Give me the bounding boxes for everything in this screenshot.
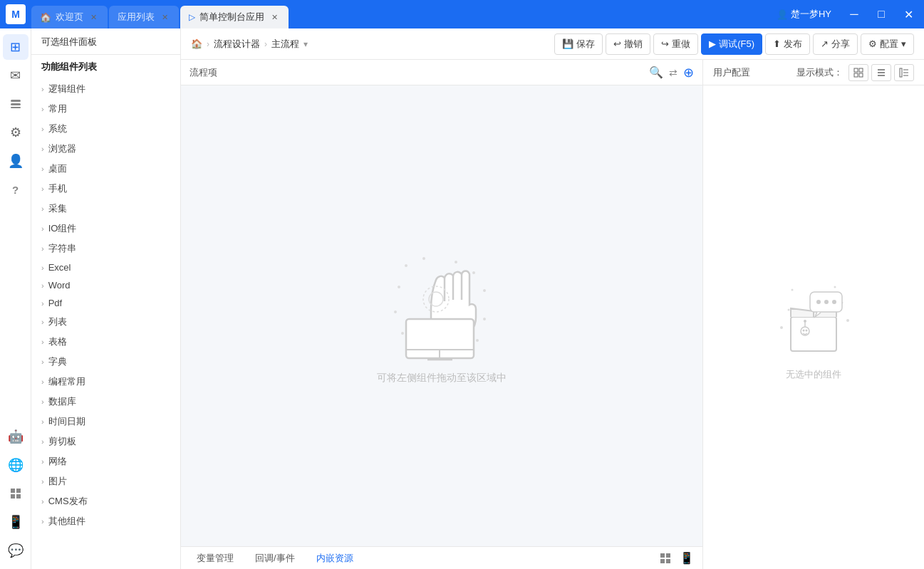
comp-item-list[interactable]: ›列表 bbox=[31, 312, 180, 332]
comp-label: Excel bbox=[48, 262, 71, 273]
comp-label: 常用 bbox=[48, 103, 67, 115]
comp-item-word[interactable]: ›Word bbox=[31, 276, 180, 294]
close-button[interactable]: ✕ bbox=[898, 4, 918, 24]
comp-item-string[interactable]: ›字符串 bbox=[31, 239, 180, 259]
tab-control-icon: ▷ bbox=[189, 12, 195, 22]
mode-detail-button[interactable] bbox=[894, 64, 914, 81]
tab-callback[interactable]: 回调/事件 bbox=[245, 549, 305, 568]
svg-rect-47 bbox=[791, 317, 836, 351]
mobile-icon[interactable]: 📱 bbox=[677, 548, 697, 568]
arrow-icon: › bbox=[41, 517, 44, 526]
search-icon[interactable]: 🔍 bbox=[649, 66, 663, 79]
display-mode-label: 显示模式： bbox=[796, 66, 843, 79]
user-icon: 👤 bbox=[777, 9, 788, 20]
comp-item-browser[interactable]: ›浏览器 bbox=[31, 139, 180, 159]
comp-item-collect[interactable]: ›采集 bbox=[31, 199, 180, 219]
comp-item-common[interactable]: ›常用 bbox=[31, 99, 180, 119]
mode-grid-button[interactable] bbox=[848, 64, 868, 81]
publish-button[interactable]: ⬆ 发布 bbox=[765, 33, 810, 55]
comp-item-phone[interactable]: ›手机 bbox=[31, 179, 180, 199]
drop-hint: 可将左侧组件拖动至该区域中 bbox=[377, 372, 507, 385]
content-area: 🏠 › 流程设计器 › 主流程 ▾ 💾 保存 ↩ 撤销 ↪ 重做 ▶ bbox=[181, 28, 924, 569]
svg-point-42 bbox=[834, 286, 836, 288]
nav-icon-help[interactable]: ? bbox=[3, 177, 28, 202]
nav-icon-grid[interactable]: ⊞ bbox=[3, 34, 28, 60]
tab-welcome-close[interactable]: ✕ bbox=[88, 11, 99, 23]
tab-app-list[interactable]: 应用列表 ✕ bbox=[109, 6, 179, 28]
svg-point-53 bbox=[803, 329, 805, 331]
tab-simple-control[interactable]: ▷ 简单控制台应用 ✕ bbox=[180, 6, 289, 28]
comp-label: 数据库 bbox=[48, 395, 76, 408]
publish-icon: ⬆ bbox=[773, 38, 781, 49]
tab-var-manage[interactable]: 变量管理 bbox=[187, 549, 244, 568]
comp-item-excel[interactable]: ›Excel bbox=[31, 259, 180, 276]
nav-icon-mail[interactable]: ✉ bbox=[3, 63, 28, 88]
comp-item-table[interactable]: ›表格 bbox=[31, 332, 180, 352]
windows-icon[interactable] bbox=[655, 548, 675, 568]
nav-icon-globe[interactable]: 🌐 bbox=[3, 452, 28, 478]
right-panel-title: 用户配置 bbox=[713, 66, 750, 79]
svg-rect-37 bbox=[900, 68, 902, 77]
tab-simple-control-close[interactable]: ✕ bbox=[269, 11, 280, 23]
breadcrumb-designer[interactable]: 流程设计器 bbox=[214, 38, 260, 51]
comp-item-system[interactable]: ›系统 bbox=[31, 119, 180, 139]
mode-list-button[interactable] bbox=[871, 64, 891, 81]
comp-item-db[interactable]: ›数据库 bbox=[31, 392, 180, 412]
nav-icon-settings[interactable]: ⚙ bbox=[3, 120, 28, 145]
nav-icon-windows[interactable] bbox=[3, 481, 28, 506]
redo-button[interactable]: ↪ 重做 bbox=[653, 33, 698, 55]
nav-icon-chat[interactable]: 💬 bbox=[3, 538, 28, 563]
comp-label: 编程常用 bbox=[48, 375, 85, 388]
comp-item-prog[interactable]: ›编程常用 bbox=[31, 372, 180, 392]
arrow-icon: › bbox=[41, 397, 44, 406]
add-flow-button[interactable]: ⊕ bbox=[683, 65, 694, 80]
nav-icon-robot[interactable]: 🤖 bbox=[3, 424, 28, 449]
comp-item-desktop[interactable]: ›桌面 bbox=[31, 159, 180, 179]
breadcrumb-main[interactable]: 主流程 bbox=[271, 38, 299, 51]
undo-button[interactable]: ↩ 撤销 bbox=[606, 33, 650, 55]
comp-item-dict[interactable]: ›字典 bbox=[31, 352, 180, 372]
comp-label: 浏览器 bbox=[48, 142, 76, 155]
breadcrumb-arrow-icon[interactable]: ▾ bbox=[303, 39, 308, 49]
comp-label: 系统 bbox=[48, 122, 67, 135]
comp-item-datetime[interactable]: ›时间日期 bbox=[31, 412, 180, 432]
comp-item-cms[interactable]: ›CMS发布 bbox=[31, 491, 180, 511]
svg-point-12 bbox=[398, 286, 400, 288]
breadcrumb: 🏠 › 流程设计器 › 主流程 ▾ bbox=[191, 38, 308, 51]
svg-rect-31 bbox=[859, 68, 863, 72]
restore-button[interactable]: □ bbox=[871, 4, 891, 24]
svg-point-50 bbox=[824, 300, 829, 304]
svg-point-14 bbox=[483, 318, 486, 320]
comp-item-other[interactable]: ›其他组件 bbox=[31, 511, 180, 531]
share-button[interactable]: ↗ 分享 bbox=[813, 33, 858, 55]
tab-app-list-close[interactable]: ✕ bbox=[159, 11, 170, 23]
nav-icon-phone[interactable]: 📱 bbox=[3, 509, 28, 535]
svg-point-54 bbox=[806, 329, 808, 331]
config-button[interactable]: ⚙ 配置 ▾ bbox=[861, 33, 914, 55]
user-area[interactable]: 👤 楚一梦HY bbox=[771, 5, 837, 24]
comp-item-network[interactable]: ›网络 bbox=[31, 451, 180, 471]
svg-point-56 bbox=[804, 320, 806, 323]
arrow-icon: › bbox=[41, 318, 44, 326]
sort-icon[interactable]: ⇄ bbox=[669, 67, 678, 78]
save-button[interactable]: 💾 保存 bbox=[554, 33, 603, 55]
tab-welcome[interactable]: 🏠 欢迎页 ✕ bbox=[31, 6, 108, 28]
comp-label: 时间日期 bbox=[48, 415, 85, 428]
panel-section-title: 功能组件列表 bbox=[31, 55, 180, 76]
comp-item-logic[interactable]: ›逻辑组件 bbox=[31, 79, 180, 99]
comp-item-pdf[interactable]: ›Pdf bbox=[31, 294, 180, 312]
comp-item-io[interactable]: ›IO组件 bbox=[31, 219, 180, 239]
svg-rect-0 bbox=[11, 100, 21, 102]
arrow-icon: › bbox=[41, 145, 44, 153]
comp-item-image[interactable]: ›图片 bbox=[31, 471, 180, 491]
svg-rect-32 bbox=[854, 73, 858, 77]
component-list: ›逻辑组件 ›常用 ›系统 ›浏览器 ›桌面 ›手机 ›采集 ›IO组件 ›字符… bbox=[31, 76, 180, 569]
share-icon: ↗ bbox=[821, 38, 829, 49]
nav-icon-database[interactable] bbox=[3, 91, 28, 117]
svg-point-46 bbox=[780, 326, 783, 329]
nav-icon-user[interactable]: 👤 bbox=[3, 148, 28, 174]
minimize-button[interactable]: ─ bbox=[844, 4, 864, 24]
comp-item-clipboard[interactable]: ›剪切板 bbox=[31, 432, 180, 451]
debug-button[interactable]: ▶ 调试(F5) bbox=[701, 33, 762, 55]
tab-inner-resource[interactable]: 内嵌资源 bbox=[306, 549, 363, 568]
